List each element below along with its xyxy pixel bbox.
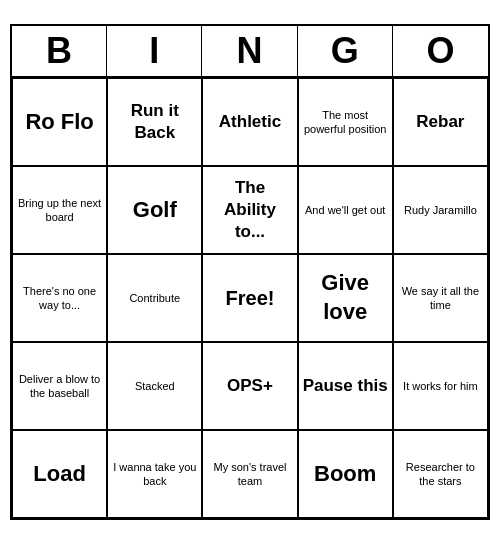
bingo-cell: There's no one way to... [12, 254, 107, 342]
bingo-cell: Load [12, 430, 107, 518]
bingo-cell: It works for him [393, 342, 488, 430]
bingo-cell: The most powerful position [298, 78, 393, 166]
bingo-cell: Golf [107, 166, 202, 254]
bingo-cell: Give love [298, 254, 393, 342]
bingo-cell: Bring up the next board [12, 166, 107, 254]
bingo-cell: The Ability to... [202, 166, 297, 254]
bingo-cell: Deliver a blow to the baseball [12, 342, 107, 430]
bingo-cell: Athletic [202, 78, 297, 166]
bingo-cell: And we'll get out [298, 166, 393, 254]
bingo-cell: Researcher to the stars [393, 430, 488, 518]
bingo-cell: Free! [202, 254, 297, 342]
bingo-cell: Rebar [393, 78, 488, 166]
bingo-cell: Stacked [107, 342, 202, 430]
bingo-cell: Ro Flo [12, 78, 107, 166]
bingo-cell: Contribute [107, 254, 202, 342]
header-letter: N [202, 26, 297, 76]
bingo-cell: Run it Back [107, 78, 202, 166]
bingo-cell: We say it all the time [393, 254, 488, 342]
header-letter: O [393, 26, 488, 76]
bingo-cell: My son's travel team [202, 430, 297, 518]
bingo-cell: OPS+ [202, 342, 297, 430]
bingo-card: BINGO Ro FloRun it BackAthleticThe most … [10, 24, 490, 520]
bingo-cell: Boom [298, 430, 393, 518]
bingo-header: BINGO [12, 26, 488, 78]
bingo-cell: I wanna take you back [107, 430, 202, 518]
header-letter: I [107, 26, 202, 76]
header-letter: G [298, 26, 393, 76]
bingo-cell: Pause this [298, 342, 393, 430]
bingo-grid: Ro FloRun it BackAthleticThe most powerf… [12, 78, 488, 518]
bingo-cell: Rudy Jaramillo [393, 166, 488, 254]
header-letter: B [12, 26, 107, 76]
